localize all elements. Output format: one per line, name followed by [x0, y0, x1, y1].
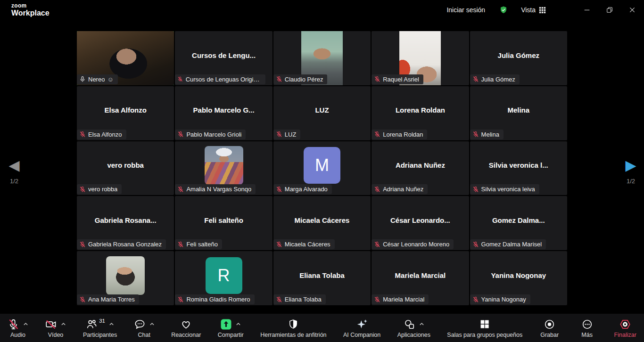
share-options-caret-icon[interactable]: [236, 322, 241, 326]
participant-name: Gabriela Rosana...: [79, 216, 172, 224]
participant-tile[interactable]: César Leonardo...César Leonardo Moreno: [372, 196, 469, 250]
participant-tile[interactable]: Julia GómezJulia Gómez: [470, 31, 567, 85]
toolbar-react-button[interactable]: Reaccionar: [171, 318, 201, 338]
muted-mic-icon: [472, 241, 479, 248]
participant-tile[interactable]: LUZLUZ: [273, 86, 371, 140]
toolbar-end-meeting-button[interactable]: Finalizar: [614, 318, 636, 338]
chat-options-caret-icon[interactable]: [149, 322, 155, 326]
minimize-button[interactable]: [583, 6, 591, 14]
view-label: Vista: [521, 6, 536, 14]
participant-name: vero robba: [79, 161, 172, 169]
participant-name: Melina: [472, 106, 565, 114]
participant-tile[interactable]: Mariela MarcialMariela Marcial: [372, 251, 469, 305]
muted-mic-icon: [177, 186, 184, 193]
toolbar-host-tools-button[interactable]: Herramientas de anfitrión: [260, 318, 326, 338]
audio-options-caret-icon[interactable]: [23, 322, 28, 326]
participant-label: Yanina Nogonay: [470, 294, 530, 304]
title-bar: zoom Workplace Iniciar sesión Vista: [0, 0, 644, 20]
participant-tile[interactable]: Silvia veronica l...Silvia veronica leiv…: [470, 141, 567, 195]
reaction-emoji-icon: ☺: [107, 76, 113, 83]
participant-label: vero robba: [77, 184, 122, 194]
participant-tile[interactable]: Cursos de Lengu...Cursos de Lenguas Orig…: [175, 31, 272, 85]
apps-options-caret-icon[interactable]: [419, 322, 424, 326]
toolbar-apps-button[interactable]: Aplicaciones: [397, 318, 430, 338]
participant-name: Adriana Nuñez: [373, 161, 467, 169]
chat-icon: [134, 318, 146, 330]
participant-tile[interactable]: Lorena RoldanLorena Roldan: [372, 86, 469, 140]
toolbar-breakout-rooms-button[interactable]: Salas para grupos pequeños: [447, 318, 522, 338]
participant-name: Silvia veronica l...: [472, 161, 565, 169]
participant-tile[interactable]: Gomez Dalma...Gomez Dalma Marisel: [470, 196, 567, 250]
participant-label: Amalia N Vargas Sonqo: [175, 184, 256, 194]
participant-tile[interactable]: Adriana NuñezAdriana Nuñez: [372, 141, 469, 195]
participant-label: Cursos de Lenguas Originaria...: [175, 74, 265, 84]
participants-options-caret-icon[interactable]: [109, 322, 114, 326]
previous-page-button[interactable]: ◀: [4, 158, 25, 172]
encryption-shield-icon[interactable]: [499, 6, 508, 14]
toolbar-more-button[interactable]: Más: [577, 318, 597, 338]
toolbar-audio-button[interactable]: Audio: [8, 318, 28, 338]
toolbar-record-button[interactable]: Grabar: [539, 318, 560, 338]
participant-tile[interactable]: Raquel Asriel: [372, 31, 469, 85]
participants-count-badge: 31: [99, 318, 105, 324]
participant-label: Gabriela Rosana Gonzalez: [77, 239, 166, 249]
participant-name: Pablo Marcelo G...: [177, 106, 270, 114]
ai-sparkle-icon: [356, 318, 368, 330]
heart-icon: [180, 318, 192, 330]
close-button[interactable]: [628, 6, 636, 14]
participant-tile[interactable]: RRomina Gladis Romero: [175, 251, 272, 305]
muted-mic-icon: [276, 76, 282, 82]
participant-tile[interactable]: MMarga Alvarado: [273, 141, 371, 195]
participant-tile[interactable]: Yanina NogonayYanina Nogonay: [470, 251, 567, 305]
close-icon: [628, 6, 636, 14]
toolbar-chat-button[interactable]: Chat: [134, 318, 155, 338]
muted-mic-icon: [374, 131, 380, 138]
muted-mic-icon: [472, 131, 479, 138]
toolbar-share-button[interactable]: Compartir: [218, 318, 244, 338]
participant-name: Yanina Nogonay: [472, 271, 565, 279]
participant-tile[interactable]: Nereo☺: [77, 31, 174, 85]
participant-tile[interactable]: Amalia N Vargas Sonqo: [175, 141, 272, 195]
participant-avatar: R: [206, 257, 242, 294]
toolbar-video-button[interactable]: Vídeo: [45, 318, 66, 338]
participant-tile[interactable]: Eliana TolabaEliana Tolaba: [273, 251, 371, 305]
participant-tile[interactable]: Claudio Pérez: [273, 31, 371, 85]
breakout-rooms-icon: [479, 318, 490, 330]
participant-name: Mariela Marcial: [373, 271, 467, 279]
participant-label: Adriana Nuñez: [372, 184, 428, 194]
participant-label: Lorena Roldan: [372, 130, 427, 139]
participant-tile[interactable]: Ana Maria Torres: [77, 251, 174, 305]
next-page-button[interactable]: ▶: [620, 158, 641, 172]
participant-tile[interactable]: Elsa AlfonzoElsa Alfonzo: [77, 86, 174, 140]
participant-label: César Leonardo Moreno: [372, 239, 454, 249]
sign-in-button[interactable]: Iniciar sesión: [446, 6, 485, 14]
participant-label: Claudio Pérez: [273, 74, 328, 84]
participant-label: Marga Alvarado: [273, 184, 332, 194]
participant-label: Elsa Alfonzo: [77, 130, 126, 139]
muted-mic-icon: [374, 186, 380, 193]
toolbar-ai-companion-button[interactable]: AI Companion: [343, 318, 380, 338]
muted-mic-icon: [472, 76, 479, 82]
participant-name: Lorena Roldan: [373, 106, 467, 114]
toolbar-participants-button[interactable]: 31 Participantes: [83, 318, 117, 338]
participant-tile[interactable]: Gabriela Rosana...Gabriela Rosana Gonzal…: [77, 196, 174, 250]
restore-window-button[interactable]: [605, 6, 614, 14]
record-icon: [544, 318, 555, 330]
participant-label: Eliana Tolaba: [273, 294, 326, 304]
participant-tile[interactable]: Pablo Marcelo G...Pablo Marcelo Grioli: [175, 86, 272, 140]
participant-tile[interactable]: vero robbavero robba: [77, 141, 174, 195]
view-button[interactable]: Vista: [521, 6, 546, 14]
zoom-workplace-logo: zoom Workplace: [11, 3, 50, 17]
participant-name: LUZ: [275, 106, 369, 114]
participant-tile[interactable]: Micaela CáceresMicaela Cáceres: [273, 196, 371, 250]
participant-name: César Leonardo...: [373, 216, 467, 224]
participant-tile[interactable]: Feli salteñoFeli salteño: [175, 196, 272, 250]
brand-workplace: Workplace: [11, 9, 50, 17]
participant-name: Cursos de Lengu...: [177, 51, 270, 59]
muted-mic-icon: [276, 186, 282, 193]
participant-name: Julia Gómez: [472, 51, 565, 59]
page-indicator: 1/2: [4, 178, 25, 185]
muted-mic-icon: [79, 186, 86, 193]
participant-tile[interactable]: MelinaMelina: [470, 86, 567, 140]
video-options-caret-icon[interactable]: [61, 322, 66, 326]
